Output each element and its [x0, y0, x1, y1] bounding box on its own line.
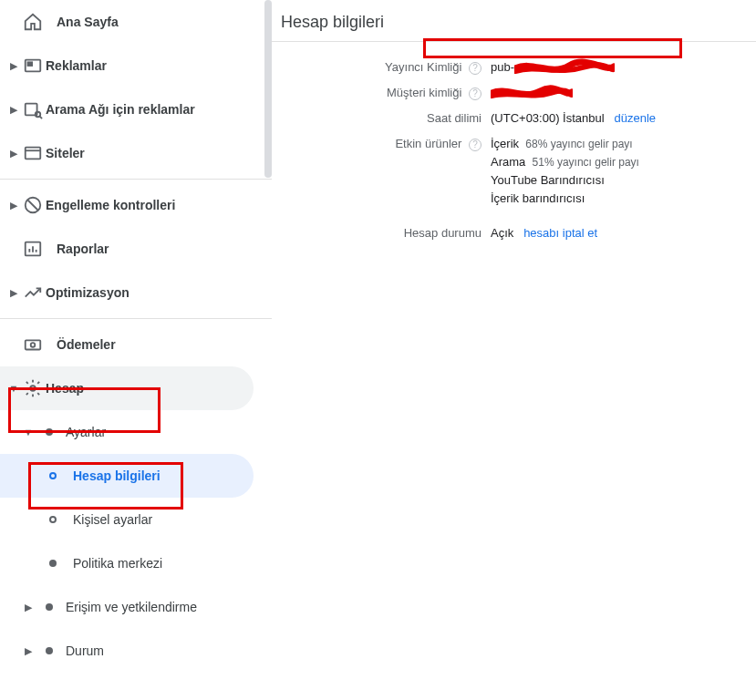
bullet-ring-icon — [49, 516, 57, 523]
sidebar-item-label: Hesap — [46, 381, 84, 396]
sidebar-item-label: Optimizasyon — [46, 285, 129, 300]
product-name: Arama — [491, 155, 525, 169]
row-active-products: Etkin ürünler ? İçerik 68% yayıncı gelir… — [272, 131, 756, 211]
sidebar-item-label: Reklamlar — [46, 58, 107, 73]
timezone-edit-link[interactable]: düzenle — [615, 111, 657, 125]
divider — [0, 179, 272, 180]
home-icon — [22, 11, 44, 33]
field-label: Hesap durumu — [404, 226, 482, 240]
sidebar-item-ads[interactable]: ▶ Reklamlar — [0, 44, 272, 88]
scrollbar[interactable] — [264, 0, 272, 178]
sidebar-item-account[interactable]: ▼ Hesap — [0, 366, 254, 410]
field-label: Etkin ürünler — [395, 137, 461, 150]
sidebar-item-label: Durum — [66, 643, 104, 658]
sidebar-item-label: Kişisel ayarlar — [73, 512, 152, 527]
sidebar-item-label: Siteler — [46, 146, 85, 160]
block-icon — [22, 194, 44, 216]
sidebar: Ana Sayfa ▶ Reklamlar ▶ Arama Ağı için r… — [0, 0, 272, 700]
redacted-value — [514, 62, 615, 75]
sidebar-item-settings[interactable]: ▼ Ayarlar — [0, 410, 272, 454]
main-content: Hesap bilgileri Yayıncı Kimliği ? pub- M… — [272, 0, 756, 700]
sidebar-item-label: Raporlar — [57, 242, 109, 256]
sites-icon — [22, 142, 44, 164]
sidebar-item-sites[interactable]: ▶ Siteler — [0, 131, 272, 175]
svg-rect-1 — [28, 62, 33, 66]
svg-point-15 — [30, 386, 36, 391]
sidebar-item-status[interactable]: ▶ Durum — [0, 629, 272, 673]
chevron-right-icon: ▶ — [24, 602, 33, 613]
row-timezone: Saat dilimi (UTC+03:00) İstanbul düzenle — [272, 106, 756, 131]
bullet-icon — [49, 560, 57, 567]
svg-point-14 — [31, 343, 36, 347]
sidebar-item-payments[interactable]: Ödemeler — [0, 323, 272, 366]
divider — [272, 41, 756, 42]
sidebar-item-account-info[interactable]: Hesap bilgileri — [0, 454, 254, 498]
chevron-right-icon: ▶ — [7, 104, 20, 116]
chevron-right-icon: ▶ — [7, 200, 20, 211]
chevron-right-icon: ▶ — [7, 287, 20, 299]
sidebar-item-label: Politika merkezi — [73, 556, 162, 571]
redacted-value — [491, 88, 573, 100]
sidebar-item-label: Erişim ve yetkilendirme — [66, 600, 197, 614]
divider — [0, 318, 272, 319]
field-label: Saat dilimi — [427, 111, 482, 125]
payments-icon — [22, 334, 44, 355]
sidebar-item-access[interactable]: ▶ Erişim ve yetkilendirme — [0, 585, 272, 629]
svg-line-4 — [39, 116, 42, 118]
product-name: İçerik barındırıcısı — [491, 191, 585, 205]
svg-rect-5 — [26, 148, 41, 160]
search-ads-icon — [22, 98, 44, 120]
field-label: Yayıncı Kimliği — [385, 60, 461, 74]
sidebar-item-label: Arama Ağı için reklamlar — [46, 102, 195, 117]
row-publisher-id: Yayıncı Kimliği ? pub- — [272, 55, 756, 80]
product-name: İçerik — [491, 137, 519, 150]
product-share: 51% yayıncı gelir payı — [533, 156, 639, 169]
sidebar-item-label: Ödemeler — [57, 337, 116, 352]
sidebar-item-policy-center[interactable]: Politika merkezi — [0, 541, 254, 585]
field-value: pub- — [491, 60, 514, 74]
sidebar-item-label: Ana Sayfa — [57, 15, 119, 29]
svg-rect-13 — [26, 340, 41, 349]
chevron-right-icon: ▶ — [7, 148, 20, 160]
svg-line-8 — [28, 201, 38, 211]
help-icon[interactable]: ? — [469, 62, 482, 75]
bullet-icon — [46, 647, 53, 654]
sidebar-item-personal-settings[interactable]: Kişisel ayarlar — [0, 498, 254, 541]
sidebar-item-label: Hesap bilgileri — [73, 468, 161, 483]
cancel-account-link[interactable]: hesabı iptal et — [523, 226, 597, 240]
optimization-icon — [22, 282, 44, 304]
sidebar-item-home[interactable]: Ana Sayfa — [0, 0, 272, 44]
product-name: YouTube Barındırıcısı — [491, 173, 605, 187]
gear-icon — [22, 377, 44, 399]
chevron-down-icon: ▼ — [24, 427, 33, 438]
help-icon[interactable]: ? — [469, 88, 482, 100]
sidebar-item-blocking[interactable]: ▶ Engelleme kontrolleri — [0, 183, 272, 227]
bullet-ring-icon — [49, 472, 57, 479]
reports-icon — [22, 238, 44, 260]
sidebar-item-label: Ayarlar — [66, 425, 106, 439]
sidebar-item-search-ads[interactable]: ▶ Arama Ağı için reklamlar — [0, 88, 272, 131]
field-value: Açık — [491, 226, 513, 240]
field-value: (UTC+03:00) İstanbul — [491, 111, 605, 125]
bullet-icon — [46, 428, 53, 436]
sidebar-item-reports[interactable]: Raporlar — [0, 227, 272, 271]
chevron-right-icon: ▶ — [24, 645, 33, 657]
sidebar-item-label: Engelleme kontrolleri — [46, 198, 175, 212]
row-customer-id: Müşteri kimliği ? — [272, 80, 756, 106]
bullet-icon — [46, 603, 53, 611]
chevron-down-icon: ▼ — [7, 383, 20, 394]
product-share: 68% yayıncı gelir payı — [525, 138, 632, 150]
field-label: Müşteri kimliği — [387, 86, 461, 99]
page-title: Hesap bilgileri — [272, 13, 756, 32]
row-account-status: Hesap durumu Açık hesabı iptal et — [272, 221, 756, 246]
sidebar-item-optimization[interactable]: ▶ Optimizasyon — [0, 271, 272, 314]
ads-icon — [22, 55, 44, 77]
chevron-right-icon: ▶ — [7, 60, 20, 72]
